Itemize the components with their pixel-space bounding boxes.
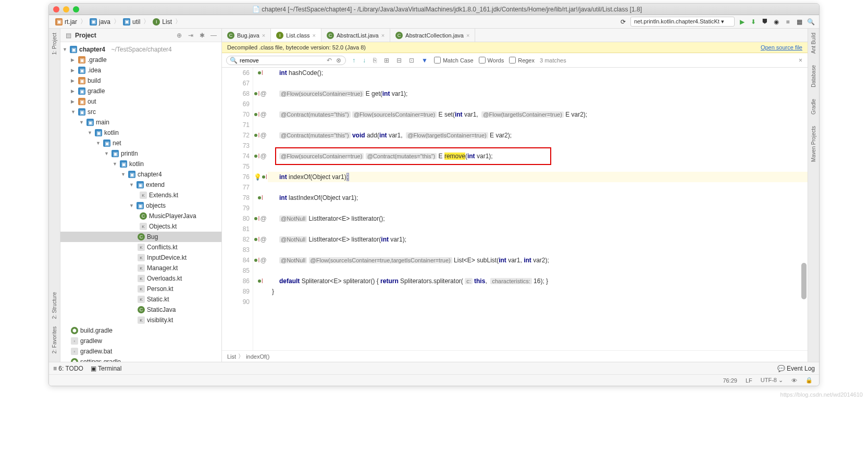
tree-file[interactable]: KManager.kt (60, 263, 221, 273)
event-log-button[interactable]: 💬 Event Log (777, 365, 815, 372)
project-tree[interactable]: ▼▣chapter4 ~/TestSpace/chapter4 ▶▣.gradl… (60, 42, 221, 362)
tree-file[interactable]: KPerson.kt (60, 284, 221, 294)
tab-bug[interactable]: CBug.java× (222, 29, 271, 42)
tree-file[interactable]: CStaticJava (60, 305, 221, 315)
close-icon[interactable]: × (466, 32, 469, 39)
reset-icon[interactable]: ⊡ (408, 57, 415, 64)
stop-button[interactable]: ■ (784, 18, 792, 26)
tree-file[interactable]: KObjects.kt (60, 221, 221, 232)
code-editor[interactable]: 6667686970717273747576777879808182838485… (222, 68, 808, 350)
regex-checkbox[interactable]: Regex (509, 57, 535, 64)
inspect-icon[interactable]: 👁 (791, 377, 797, 384)
hide-panel-icon[interactable]: — (209, 31, 218, 40)
next-match-icon[interactable]: ↓ (362, 57, 367, 64)
ant-tool-button[interactable]: Ant Build (811, 31, 816, 56)
line-ending[interactable]: LF (746, 377, 752, 384)
tree-folder[interactable]: ▼▣kotlin (60, 128, 221, 138)
breadcrumb-java[interactable]: ▣java (88, 17, 113, 27)
sync-icon[interactable]: ⟳ (619, 18, 627, 26)
code-body[interactable]: int hashCode(); @Flow(sourceIsContainer=… (268, 68, 808, 350)
class-icon: C (227, 32, 234, 39)
gradle-tool-button[interactable]: Gradle (811, 97, 816, 117)
maximize-window-button[interactable] (73, 6, 79, 12)
tab-abstractcollection[interactable]: CAbstractCollection.java× (390, 29, 475, 42)
search-everywhere-icon[interactable]: 🔍 (807, 18, 815, 26)
tree-file[interactable]: ⬢settings.gradle (60, 357, 221, 362)
tree-file[interactable]: ⬢build.gradle (60, 325, 221, 336)
layout-button[interactable]: ▦ (795, 18, 803, 26)
tree-file[interactable]: CMusicPlayerJava (60, 211, 221, 221)
tree-file[interactable]: KInputDevice.kt (60, 252, 221, 263)
collapse-all-icon[interactable]: ⇥ (186, 31, 195, 40)
tree-file[interactable]: Kvisiblity.kt (60, 315, 221, 325)
addselect-icon[interactable]: ⊞ (383, 57, 390, 64)
tree-file[interactable]: KConflicts.kt (60, 242, 221, 252)
tree-file-selected[interactable]: CBug (60, 232, 221, 242)
bc-method[interactable]: indexOf() (246, 353, 269, 360)
close-icon[interactable]: × (313, 32, 316, 39)
select-all-icon[interactable]: ⎘ (372, 57, 378, 64)
class-icon: C (327, 32, 334, 39)
close-icon[interactable]: × (381, 32, 385, 39)
words-checkbox[interactable]: Words (479, 57, 504, 64)
scroll-from-source-icon[interactable]: ⊕ (175, 31, 184, 40)
left-tool-strip: 1: Project 2: Structure 2: Favorites (49, 29, 60, 362)
match-case-checkbox[interactable]: Match Case (434, 57, 474, 64)
tab-list[interactable]: IList.class× (271, 29, 321, 42)
close-window-button[interactable] (53, 6, 59, 12)
tree-folder[interactable]: ▼▣src (60, 107, 221, 117)
breadcrumb-rtjar[interactable]: ▣rt.jar (53, 17, 79, 27)
removeselect-icon[interactable]: ⊟ (395, 57, 403, 64)
tree-folder[interactable]: ▼▣println (60, 148, 221, 159)
panel-title: Project (75, 32, 172, 39)
tree-file[interactable]: KOverloads.kt (60, 273, 221, 284)
tree-folder[interactable]: ▶▣out (60, 96, 221, 107)
profile-button[interactable]: ◉ (772, 18, 780, 26)
tree-folder[interactable]: ▼▣main (60, 117, 221, 128)
history-icon[interactable]: ↶ (326, 57, 333, 64)
tree-file[interactable]: ▫gradlew (60, 336, 221, 346)
tree-file[interactable]: KExtends.kt (60, 190, 221, 200)
open-source-link[interactable]: Open source file (761, 44, 802, 50)
debug-button[interactable]: ⬇ (749, 18, 758, 26)
breadcrumb-list[interactable]: IList (151, 17, 174, 27)
search-input[interactable] (240, 57, 324, 64)
tree-root[interactable]: ▼▣chapter4 ~/TestSpace/chapter4 (60, 44, 221, 55)
structure-tool-button[interactable]: 2: Structure (52, 290, 57, 321)
close-icon[interactable]: × (262, 32, 265, 39)
tree-folder[interactable]: ▶▣gradle (60, 86, 221, 96)
clear-icon[interactable]: ⊗ (335, 57, 342, 64)
run-button[interactable]: ▶ (738, 18, 746, 26)
breadcrumb-util[interactable]: ▣util (121, 17, 142, 27)
settings-icon[interactable]: ✱ (197, 31, 207, 40)
terminal-tool-button[interactable]: ▣ Terminal (91, 365, 121, 372)
bc-class[interactable]: List (227, 353, 236, 360)
favorites-tool-button[interactable]: 2: Favorites (52, 324, 57, 356)
scrollbar-thumb[interactable] (801, 263, 807, 299)
tree-folder[interactable]: ▼▣net (60, 138, 221, 148)
tree-folder[interactable]: ▶▣.idea (60, 65, 221, 75)
tree-folder[interactable]: ▶▣build (60, 75, 221, 86)
tree-file[interactable]: ▫gradlew.bat (60, 346, 221, 357)
cursor-position[interactable]: 76:29 (723, 377, 737, 384)
coverage-button[interactable]: ⛊ (761, 18, 769, 26)
project-tool-button[interactable]: 1: Project (52, 31, 57, 57)
encoding[interactable]: UTF-8 ⌄ (761, 377, 783, 384)
run-config-selector[interactable]: net.println.kotlin.chapter4.StaticKt ▾ (630, 17, 735, 27)
lock-icon[interactable]: 🔒 (805, 377, 813, 384)
tree-folder[interactable]: ▼▣extend (60, 180, 221, 190)
tree-folder[interactable]: ▼▣chapter4 (60, 169, 221, 180)
tab-abstractlist[interactable]: CAbstractList.java× (321, 29, 390, 42)
panel-menu-icon[interactable]: ▤ (64, 31, 73, 40)
todo-tool-button[interactable]: ≡ 6: TODO (53, 365, 83, 372)
tree-folder[interactable]: ▶▣.gradle (60, 55, 221, 65)
close-search-icon[interactable]: × (798, 57, 803, 64)
tree-folder[interactable]: ▼▣objects (60, 200, 221, 211)
tree-folder[interactable]: ▼▣kotlin (60, 159, 221, 169)
filter-icon[interactable]: ▼ (420, 57, 429, 64)
prev-match-icon[interactable]: ↑ (351, 57, 356, 64)
tree-file[interactable]: KStatic.kt (60, 294, 221, 305)
minimize-window-button[interactable] (63, 6, 69, 12)
maven-tool-button[interactable]: Maven Projects (811, 124, 816, 164)
database-tool-button[interactable]: Database (811, 63, 816, 90)
